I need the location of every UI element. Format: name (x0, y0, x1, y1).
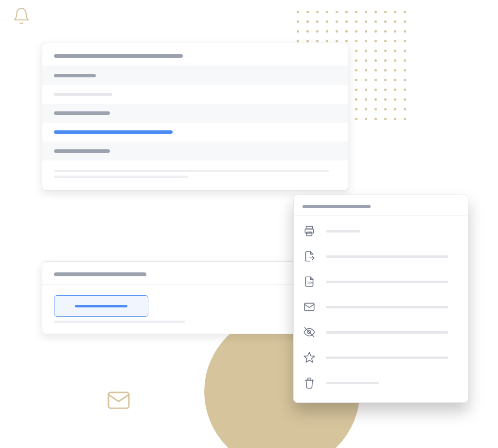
main-panel-title (54, 54, 183, 58)
context-menu-item-label (326, 281, 448, 283)
hide-icon (302, 325, 316, 339)
context-menu-item[interactable] (294, 294, 468, 320)
star-icon (302, 351, 316, 364)
context-menu-item[interactable] (294, 370, 468, 395)
button-label (75, 305, 127, 307)
context-menu-item[interactable] (294, 218, 468, 244)
content-line (54, 176, 188, 178)
section-2-heading[interactable] (42, 104, 348, 123)
svg-rect-0 (108, 393, 129, 409)
export-icon (302, 250, 316, 263)
section-3-content (42, 161, 348, 190)
context-menu-list (294, 215, 468, 395)
secondary-footer-line (54, 321, 185, 323)
section-heading-bar (54, 74, 96, 77)
email-icon (302, 300, 316, 314)
secondary-panel-title (54, 272, 146, 276)
context-menu-title (302, 205, 371, 208)
context-menu-item-label (326, 382, 379, 384)
context-menu-item[interactable] (294, 345, 468, 370)
section-3-heading[interactable] (42, 142, 348, 161)
context-menu-header (294, 195, 468, 215)
trash-icon (302, 376, 316, 390)
mail-icon (105, 387, 132, 414)
context-menu-item-label (326, 357, 448, 359)
context-menu-item-label (326, 230, 360, 233)
print-icon (302, 224, 316, 238)
primary-action-button[interactable] (54, 295, 148, 317)
context-menu-item[interactable] (294, 269, 468, 294)
highlight-link-bar (54, 130, 173, 134)
bell-icon (12, 7, 31, 25)
section-item-bar (54, 93, 112, 96)
context-menu (293, 195, 468, 403)
content-line (54, 170, 329, 172)
main-panel-header (42, 43, 348, 66)
context-menu-item-label (326, 331, 448, 334)
main-panel (42, 43, 348, 191)
section-2-highlight[interactable] (42, 123, 348, 142)
context-menu-item[interactable] (294, 244, 468, 269)
section-1-item[interactable] (42, 85, 348, 104)
context-menu-item[interactable] (294, 320, 468, 345)
section-1-heading[interactable] (42, 66, 348, 85)
csv-icon (302, 275, 316, 288)
context-menu-item-label (326, 255, 448, 258)
section-heading-bar (54, 149, 110, 153)
context-menu-item-label (326, 306, 448, 308)
section-heading-bar (54, 111, 110, 115)
